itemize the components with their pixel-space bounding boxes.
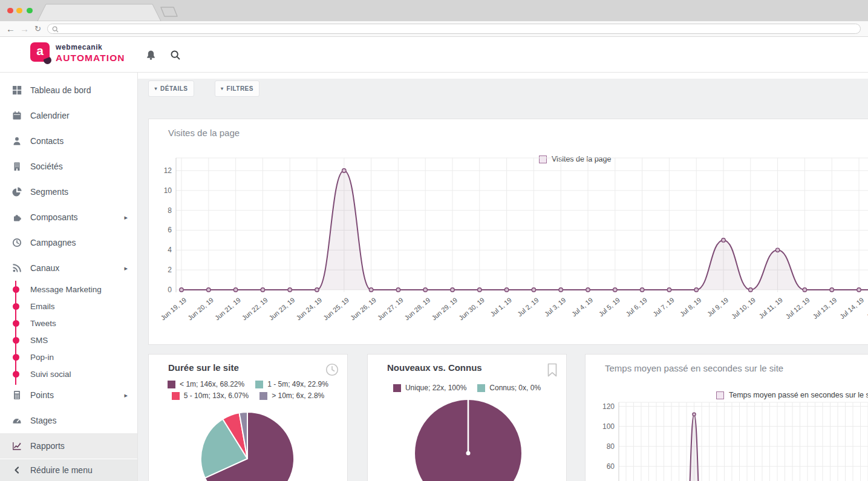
x-axis-tick-label: Jul 15, 19	[866, 296, 868, 320]
x-axis-tick-label: Jun 26, 19	[349, 296, 377, 321]
details-dropdown-button[interactable]: ▾ DÉTAILS	[148, 80, 194, 97]
legend-label: < 1m; 146x, 68.22%	[180, 380, 244, 388]
card-title: Visites de la page	[168, 128, 240, 138]
sidebar-item-soci-t-s[interactable]: Sociétés	[0, 154, 137, 179]
new-tab-button[interactable]	[161, 7, 177, 16]
sidebar-item-canaux[interactable]: Canaux▸	[0, 255, 137, 281]
x-axis-tick-label: Jul 12, 19	[784, 296, 811, 320]
data-point-marker	[342, 169, 346, 172]
data-point-marker	[640, 288, 644, 292]
url-input[interactable]	[61, 25, 856, 34]
sidebar-subitem-suivi-social[interactable]: Suivi social	[0, 365, 137, 382]
legend-swatch	[255, 381, 263, 388]
card-page-visits: Visites de la page Visites de la page 02…	[148, 119, 868, 345]
sidebar-item-tableau-de-bord[interactable]: Tableau de bord	[0, 77, 137, 103]
caret-down-icon: ▾	[221, 86, 224, 91]
back-icon[interactable]: ←	[6, 23, 15, 35]
card-avg-seconds: Temps moyen passé en secondes sur le sit…	[585, 354, 868, 481]
x-axis-tick-label: Jun 19, 19	[159, 296, 188, 321]
sidebar-item-calendrier[interactable]: Calendrier	[0, 103, 137, 128]
data-point-marker	[504, 288, 508, 292]
legend-label: 1 - 5m; 49x, 22.9%	[267, 380, 328, 388]
sidebar-item-stages[interactable]: Stages	[0, 408, 137, 433]
sidebar-subitem-label: Tweets	[30, 319, 56, 328]
sidebar-item-rapports[interactable]: Rapports	[0, 433, 137, 459]
stages-gauge-icon	[12, 416, 22, 425]
sidebar-item-campagnes[interactable]: Campagnes	[0, 230, 137, 255]
card-title: Nouveaux vs. Connus	[387, 362, 482, 373]
channels-rss-icon	[12, 263, 22, 273]
y-axis-tick-label: 8	[168, 206, 172, 215]
sidebar-item-points[interactable]: Points▸	[0, 382, 137, 408]
data-point-marker	[315, 288, 319, 292]
reload-icon[interactable]: ↻	[34, 23, 41, 35]
content-top-strip	[138, 73, 868, 79]
x-axis-tick-label: Jul 5, 19	[598, 296, 622, 318]
notifications-bell-icon[interactable]	[146, 50, 156, 61]
data-point-marker	[830, 288, 834, 292]
sidebar-collapse-button[interactable]: Réduire le menu	[0, 459, 137, 481]
x-axis-tick-label: Jul 1, 19	[489, 296, 513, 318]
sidebar-collapse-label: Réduire le menu	[30, 465, 93, 475]
filters-dropdown-button[interactable]: ▾ FILTRES	[215, 80, 259, 97]
y-axis-tick-label: 0	[168, 286, 172, 294]
main-content: ▾ DÉTAILS ▾ FILTRES Visites de la page V…	[138, 73, 868, 481]
clock-icon	[325, 363, 339, 376]
x-axis-tick-label: Jun 22, 19	[241, 296, 269, 321]
company-building-icon	[12, 162, 22, 171]
sidebar-subitem-label: Emails	[30, 302, 55, 311]
points-calculator-icon	[12, 390, 22, 400]
new-vs-returning-pie-chart	[368, 391, 567, 481]
sidebar-item-segments[interactable]: Segments	[0, 179, 137, 205]
x-axis-tick-label: Jun 29, 19	[430, 296, 458, 321]
avg-seconds-line-chart: 1201008060	[586, 388, 868, 481]
legend-item[interactable]: 1 - 5m; 49x, 22.9%	[255, 380, 328, 388]
forward-icon[interactable]: →	[20, 23, 29, 35]
data-point-marker	[396, 288, 400, 292]
data-point-marker	[775, 248, 779, 252]
filters-button-label: FILTRES	[227, 85, 253, 92]
browser-toolbar: ← → ↻	[0, 21, 868, 37]
search-icon	[52, 26, 59, 33]
sidebar-subitem-pop-in[interactable]: Pop-in	[0, 348, 137, 365]
x-axis-tick-label: Jul 9, 19	[706, 296, 730, 318]
time-on-site-pie-chart	[149, 397, 348, 481]
sidebar-subitem-tweets[interactable]: Tweets	[0, 315, 137, 332]
sidebar-item-label: Points	[30, 390, 54, 400]
app-header: a webmecanik AUTOMATION	[0, 37, 868, 73]
legend-item[interactable]: < 1m; 146x, 68.22%	[168, 380, 244, 388]
data-point-marker	[451, 288, 454, 292]
browser-title-bar	[0, 0, 868, 21]
sidebar-item-contacts[interactable]: Contacts	[0, 128, 137, 154]
app-logo[interactable]: a	[30, 42, 50, 62]
minimize-window-button[interactable]	[16, 8, 22, 14]
sidebar-subitem-label: SMS	[30, 336, 48, 345]
data-point-marker	[586, 288, 590, 292]
address-bar[interactable]	[47, 24, 861, 34]
close-window-button[interactable]	[7, 8, 13, 14]
x-axis-tick-label: Jun 23, 19	[267, 296, 296, 321]
data-point-marker	[559, 288, 563, 292]
logo-letter: a	[30, 44, 50, 58]
sidebar-item-composants[interactable]: Composants▸	[0, 205, 137, 230]
sidebar-item-label: Calendrier	[30, 111, 70, 120]
data-point-marker	[532, 288, 535, 292]
y-axis-tick-label: 10	[164, 186, 172, 195]
x-axis-tick-label: Jul 7, 19	[651, 296, 676, 318]
data-point-marker	[803, 288, 806, 292]
sidebar-subitem-sms[interactable]: SMS	[0, 332, 137, 348]
y-axis-tick-label: 100	[602, 422, 615, 431]
sidebar-subitem-message-marketing[interactable]: Message Marketing	[0, 281, 137, 298]
search-icon[interactable]	[170, 50, 181, 61]
card-new-vs-returning: Nouveaux vs. Connus Unique; 22x, 100%Con…	[367, 354, 567, 481]
y-axis-tick-label: 60	[607, 462, 615, 471]
sidebar-subitem-label: Suivi social	[30, 370, 71, 379]
x-axis-tick-label: Jul 6, 19	[624, 296, 648, 318]
sidebar-subitem-emails[interactable]: Emails	[0, 298, 137, 315]
x-axis-tick-label: Jul 2, 19	[516, 296, 540, 318]
contact-person-icon	[12, 136, 22, 146]
maximize-window-button[interactable]	[27, 8, 33, 14]
channel-dot-icon	[13, 320, 19, 327]
campaigns-clock-icon	[12, 238, 22, 247]
card-title: Durée sur le site	[168, 362, 239, 373]
